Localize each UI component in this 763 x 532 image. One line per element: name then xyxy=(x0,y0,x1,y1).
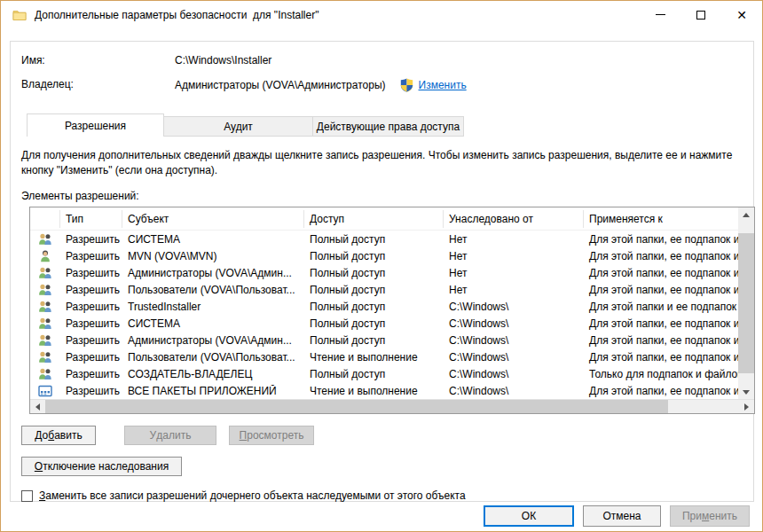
table-row[interactable]: Разрешить MVN (VOVA\MVN) Полный доступ Н… xyxy=(30,247,754,264)
scroll-down-button[interactable] xyxy=(738,385,754,400)
cell-applies: Для этой папки, ее подпапок и файлов xyxy=(584,284,740,296)
owner-label: Владелец: xyxy=(21,78,175,90)
scroll-left-icon xyxy=(35,403,40,411)
table-row[interactable]: Разрешить СИСТЕМА Полный доступ C:\Windo… xyxy=(30,315,754,332)
name-value: C:\Windows\Installer xyxy=(175,54,271,66)
scroll-left-button[interactable] xyxy=(30,400,45,414)
cell-inherited: Нет xyxy=(444,250,584,262)
cell-subject: Пользователи (VOVA\Пользоват... xyxy=(122,284,304,296)
permission-entries-label: Элементы разрешений: xyxy=(21,190,743,202)
cell-inherited: Нет xyxy=(444,284,584,296)
cell-inherited: Нет xyxy=(444,233,584,246)
uac-shield-icon xyxy=(400,78,413,92)
add-button[interactable]: Добавить xyxy=(21,426,96,445)
permissions-table: Тип Субъект Доступ Унаследовано от Приме… xyxy=(29,207,755,414)
close-button[interactable]: ✕ xyxy=(721,1,762,28)
view-button[interactable]: Просмотреть xyxy=(229,426,314,445)
cell-inherited: C:\Windows\ xyxy=(444,351,584,364)
vertical-scrollbar[interactable] xyxy=(738,207,754,400)
remove-button[interactable]: Удалить xyxy=(124,426,216,445)
header-subject[interactable]: Субъект xyxy=(122,210,304,228)
header-type[interactable]: Тип xyxy=(60,210,122,228)
cell-applies: Для этой папки и ее подпапок xyxy=(584,301,740,313)
table-row[interactable]: Разрешить СОЗДАТЕЛЬ-ВЛАДЕЛЕЦ Полный дост… xyxy=(30,365,754,382)
maximize-button[interactable] xyxy=(680,1,721,28)
cell-type: Разрешить xyxy=(60,301,122,313)
cell-access: Полный доступ xyxy=(304,301,444,313)
table-row[interactable]: Разрешить Администраторы (VOVA\Админ... … xyxy=(30,264,754,281)
scroll-up-button[interactable] xyxy=(738,207,754,223)
tab-audit[interactable]: Аудит xyxy=(164,116,313,137)
cell-access: Полный доступ xyxy=(304,368,444,380)
table-row[interactable]: Разрешить ВСЕ ПАКЕТЫ ПРИЛОЖЕНИЙ Чтение и… xyxy=(30,382,754,399)
cell-subject: ВСЕ ПАКЕТЫ ПРИЛОЖЕНИЙ xyxy=(122,385,304,397)
vertical-scroll-thumb[interactable] xyxy=(738,233,754,373)
cell-applies: Для этой папки, ее подпапок и файлов xyxy=(584,267,740,279)
tab-permissions[interactable]: Разрешения xyxy=(27,113,164,137)
scroll-right-button[interactable] xyxy=(739,400,754,414)
permissions-list: Разрешить СИСТЕМА Полный доступ Нет Для … xyxy=(30,231,754,399)
cell-applies: Для этой папки, ее подпапок и файлов xyxy=(584,351,740,364)
horizontal-scrollbar[interactable] xyxy=(30,399,754,413)
cell-subject: СИСТЕМА xyxy=(122,233,304,246)
cell-type: Разрешить xyxy=(60,351,122,364)
header-applies-to[interactable]: Применяется к xyxy=(584,210,740,228)
cell-applies: Для этой папки, ее подпапок и файлов xyxy=(584,317,740,330)
cell-applies: Для этой папки, ее подпапок и файлов xyxy=(584,250,740,262)
cell-type: Разрешить xyxy=(60,317,122,330)
title-bar: Дополнительные параметры безопасности дл… xyxy=(1,1,762,28)
cell-access: Полный доступ xyxy=(304,317,444,330)
close-icon: ✕ xyxy=(736,9,747,21)
table-row[interactable]: Разрешить СИСТЕМА Полный доступ Нет Для … xyxy=(30,231,754,247)
object-properties: Имя: C:\Windows\Installer Владелец: Адми… xyxy=(11,42,753,102)
header-access[interactable]: Доступ xyxy=(304,210,444,228)
replace-child-permissions-label: Заменить все записи разрешений дочернего… xyxy=(39,489,466,502)
apply-button[interactable]: Применить xyxy=(670,505,750,527)
cell-inherited: C:\Windows\ xyxy=(444,317,584,330)
ok-button[interactable]: ОК xyxy=(484,505,574,527)
two-users-icon xyxy=(38,317,52,331)
table-row[interactable]: Разрешить Пользователи (VOVA\Пользоват..… xyxy=(30,348,754,365)
cell-subject: Администраторы (VOVA\Админ... xyxy=(122,267,304,279)
disable-inheritance-button[interactable]: Отключение наследования xyxy=(21,457,182,476)
folder-icon xyxy=(12,8,27,22)
two-users-icon xyxy=(38,266,52,280)
cell-access: Чтение и выполнение xyxy=(304,351,444,364)
table-row[interactable]: Разрешить Администраторы (VOVA\Админ... … xyxy=(30,332,754,348)
scroll-right-icon xyxy=(744,403,749,411)
two-users-icon xyxy=(38,350,52,364)
cell-type: Разрешить xyxy=(60,233,122,246)
cell-applies: Только для подпапок и файлов xyxy=(584,368,740,380)
advanced-security-dialog: Дополнительные параметры безопасности дл… xyxy=(0,0,763,532)
cell-type: Разрешить xyxy=(60,334,122,347)
tab-strip: Разрешения Аудит Действующие права досту… xyxy=(27,113,753,137)
cell-subject: Пользователи (VOVA\Пользоват... xyxy=(122,351,304,364)
cell-access: Полный доступ xyxy=(304,233,444,246)
table-row[interactable]: Разрешить TrustedInstaller Полный доступ… xyxy=(30,298,754,315)
cell-applies: Для этой папки, ее подпапок и файлов xyxy=(584,385,740,397)
cell-access: Полный доступ xyxy=(304,250,444,262)
cell-inherited: C:\Windows\ xyxy=(444,334,584,347)
header-icon-column[interactable] xyxy=(30,210,60,228)
replace-child-permissions-checkbox[interactable] xyxy=(21,490,33,502)
permissions-tab-page: Для получения дополнительных сведений дв… xyxy=(11,137,753,502)
cancel-button[interactable]: Отмена xyxy=(583,505,661,527)
cell-access: Чтение и выполнение xyxy=(304,385,444,397)
cell-subject: MVN (VOVA\MVN) xyxy=(122,250,304,262)
cell-inherited: Нет xyxy=(444,267,584,279)
dialog-footer: ОК Отмена Применить xyxy=(484,505,750,527)
header-inherited-from[interactable]: Унаследовано от xyxy=(444,210,584,228)
scroll-up-icon xyxy=(743,213,750,217)
minimize-button[interactable] xyxy=(640,1,680,28)
app-packages-icon xyxy=(38,384,52,398)
tab-effective-access[interactable]: Действующие права доступа xyxy=(313,116,464,137)
horizontal-scroll-thumb[interactable] xyxy=(45,400,668,414)
content-panel: Имя: C:\Windows\Installer Владелец: Адми… xyxy=(10,41,754,502)
change-owner-link[interactable]: Изменить xyxy=(419,79,467,91)
two-users-icon xyxy=(38,283,52,297)
scroll-down-icon xyxy=(743,390,750,395)
cell-type: Разрешить xyxy=(60,250,122,262)
single-user-icon xyxy=(38,249,52,263)
cell-subject: СИСТЕМА xyxy=(122,317,304,330)
table-row[interactable]: Разрешить Пользователи (VOVA\Пользоват..… xyxy=(30,281,754,298)
